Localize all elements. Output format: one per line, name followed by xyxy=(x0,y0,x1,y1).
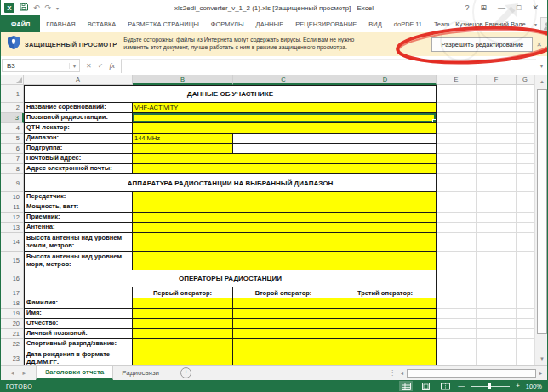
row-header-19[interactable]: 19 xyxy=(1,309,24,319)
ribbon-tab-9[interactable]: Team xyxy=(428,15,455,32)
cell-label[interactable]: Диапазон: xyxy=(24,134,133,144)
column-header-C[interactable]: C xyxy=(233,75,334,85)
redo-icon[interactable]: ↷ xyxy=(45,4,52,12)
cell-empty[interactable] xyxy=(477,192,517,202)
zoom-slider[interactable] xyxy=(471,382,510,390)
cell-empty[interactable] xyxy=(437,113,477,123)
cell-label[interactable]: Дата рождения в формате ДД.ММ.ГГ: xyxy=(24,349,133,365)
row-header-13[interactable]: 13 xyxy=(1,223,24,233)
cell-empty[interactable] xyxy=(517,287,534,298)
cell-empty[interactable] xyxy=(517,252,534,270)
vertical-scrollbar[interactable]: ▲ ▼ xyxy=(534,75,548,365)
row-header-23[interactable]: 23 xyxy=(1,349,24,365)
qat-customize-icon[interactable]: ▾ xyxy=(56,5,59,11)
cell-empty[interactable] xyxy=(437,202,477,213)
row-header-15[interactable]: 15 xyxy=(1,252,24,270)
cell-empty[interactable] xyxy=(477,164,517,174)
cell-empty[interactable] xyxy=(517,144,534,154)
column-header-B[interactable]: B xyxy=(133,75,233,85)
cell-empty[interactable] xyxy=(437,287,477,298)
cell-empty[interactable] xyxy=(437,329,477,339)
row-header-22[interactable]: 22 xyxy=(1,339,24,349)
cell-empty[interactable] xyxy=(437,192,477,202)
cell-value[interactable] xyxy=(133,309,233,319)
cell-label[interactable]: Фамилия: xyxy=(24,298,133,309)
minimize-button[interactable]: — xyxy=(498,3,505,12)
cell-empty[interactable] xyxy=(437,233,477,252)
cell-empty[interactable] xyxy=(517,154,534,164)
cell-empty[interactable] xyxy=(517,85,534,103)
cell-label[interactable]: Отчество: xyxy=(24,319,133,329)
cell-value[interactable] xyxy=(334,319,437,329)
cell-empty[interactable] xyxy=(334,144,437,154)
cell-value[interactable] xyxy=(334,309,437,319)
cell-label[interactable]: Антенна: xyxy=(24,223,133,233)
cell-empty[interactable] xyxy=(477,349,517,365)
cell-empty[interactable] xyxy=(437,349,477,365)
cell-empty[interactable] xyxy=(437,164,477,174)
cell-empty[interactable] xyxy=(437,213,477,223)
cell-value[interactable] xyxy=(133,349,233,365)
cell-empty[interactable] xyxy=(477,134,517,144)
enter-icon[interactable]: ✓ xyxy=(98,62,104,70)
cell-empty[interactable] xyxy=(437,174,477,192)
cell-value[interactable] xyxy=(233,309,334,319)
cell-empty[interactable] xyxy=(437,223,477,233)
cell-empty[interactable] xyxy=(517,339,534,349)
row-header-3[interactable]: 3 xyxy=(1,113,24,123)
cell-empty[interactable] xyxy=(517,329,534,339)
name-box-caret-icon[interactable]: ▾ xyxy=(69,63,79,69)
cell-label[interactable]: Мощность, ватт: xyxy=(24,202,133,213)
sheet-tab-1[interactable]: Радиосвязи xyxy=(113,366,168,380)
cell-value[interactable] xyxy=(334,298,437,309)
cell-empty[interactable] xyxy=(437,309,477,319)
avatar[interactable] xyxy=(540,17,548,31)
warning-close-icon[interactable]: ✕ xyxy=(536,41,547,48)
cell-empty[interactable] xyxy=(437,319,477,329)
cell-empty[interactable] xyxy=(477,339,517,349)
cell-value[interactable] xyxy=(133,154,437,164)
cell-empty[interactable] xyxy=(437,298,477,309)
maximize-button[interactable]: □ xyxy=(517,3,521,12)
cell-empty[interactable] xyxy=(477,319,517,329)
sheet-tab-0[interactable]: Заголовки отчета xyxy=(36,366,113,380)
scroll-down-icon[interactable]: ▼ xyxy=(535,352,548,365)
cell-label[interactable]: Название соревнований: xyxy=(24,103,133,113)
fill-handle[interactable] xyxy=(432,119,437,123)
row-header-17[interactable]: 17 xyxy=(1,287,24,298)
cell-value[interactable] xyxy=(133,192,437,202)
cell-empty[interactable] xyxy=(517,223,534,233)
section-title-cell[interactable]: АППАРАТУРА РАДИОСТАНЦИИ НА ВЫБРАННЫЙ ДИА… xyxy=(24,174,437,192)
expand-formula-bar-icon[interactable]: ▾ xyxy=(536,63,547,69)
excel-logo-icon[interactable]: X xyxy=(4,3,14,13)
cell-empty[interactable] xyxy=(517,349,534,365)
column-header-D[interactable]: D xyxy=(334,75,437,85)
cell-empty[interactable] xyxy=(437,144,477,154)
help-button[interactable]: ? xyxy=(465,3,469,12)
cell-label[interactable]: Высота антенны над уровнем моря, метров: xyxy=(24,252,133,270)
cell-empty[interactable] xyxy=(477,123,517,134)
cell-value[interactable] xyxy=(133,202,437,213)
cancel-icon[interactable]: ✕ xyxy=(86,62,92,70)
row-header-2[interactable]: 2 xyxy=(1,103,24,113)
cell-empty[interactable] xyxy=(477,298,517,309)
row-header-18[interactable]: 18 xyxy=(1,298,24,309)
cell-empty[interactable] xyxy=(334,134,437,144)
page-break-preview-icon[interactable] xyxy=(438,381,452,391)
cell-empty[interactable] xyxy=(477,174,517,192)
cell-empty[interactable] xyxy=(437,103,477,113)
save-icon[interactable] xyxy=(20,3,28,13)
cell-empty[interactable] xyxy=(477,252,517,270)
zoom-out-icon[interactable]: — xyxy=(458,383,465,389)
row-header-1[interactable]: 1 xyxy=(1,85,24,103)
cell-label[interactable]: Подгруппа: xyxy=(24,144,133,154)
cell-value[interactable] xyxy=(133,164,437,174)
cell-empty[interactable] xyxy=(437,154,477,164)
name-box[interactable]: B3 ▾ xyxy=(2,59,80,72)
ribbon-tab-6[interactable]: РЕЦЕНЗИРОВАНИЕ xyxy=(289,15,362,32)
ribbon-tab-5[interactable]: ДАННЫЕ xyxy=(250,15,290,32)
cell-empty[interactable] xyxy=(477,154,517,164)
cell-empty[interactable] xyxy=(517,103,534,113)
cell-empty[interactable] xyxy=(517,309,534,319)
cell-value[interactable] xyxy=(133,233,437,252)
